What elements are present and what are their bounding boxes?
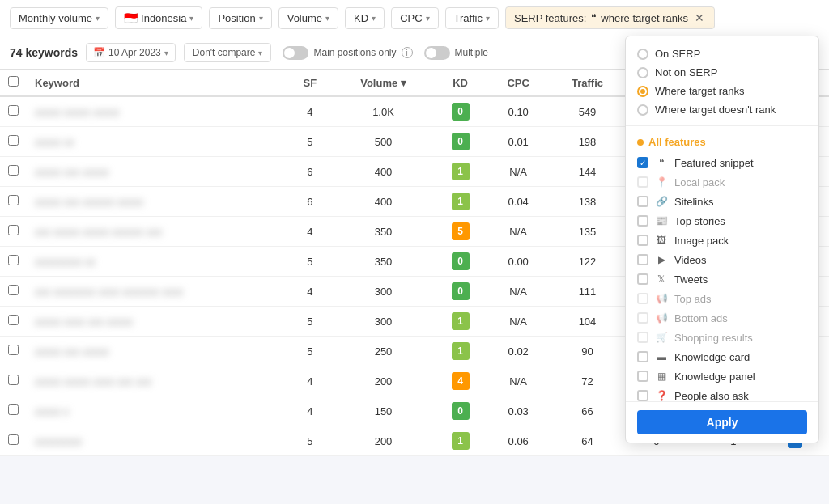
date-label: 10 Apr 2023 bbox=[108, 47, 161, 58]
row-checkbox[interactable] bbox=[8, 345, 19, 355]
kd-label: KD bbox=[354, 12, 368, 24]
kd-badge: 0 bbox=[452, 133, 470, 150]
volume-filter[interactable]: Volume ▾ bbox=[278, 7, 338, 29]
keyword-cell: zzzzz zzz zzzzz bbox=[27, 337, 286, 366]
orange-dot-icon bbox=[637, 139, 644, 146]
feature-item[interactable]: ▦ Knowledge panel bbox=[637, 366, 807, 386]
row-checkbox[interactable] bbox=[8, 285, 19, 295]
sf-cell: 6 bbox=[286, 187, 334, 217]
position-filter[interactable]: Position ▾ bbox=[209, 7, 271, 29]
volume-header[interactable]: Volume ▾ bbox=[334, 70, 433, 96]
traffic-filter[interactable]: Traffic ▾ bbox=[445, 7, 499, 29]
feature-checkbox[interactable] bbox=[637, 273, 648, 285]
date-picker-button[interactable]: 📅 10 Apr 2023 ▾ bbox=[86, 43, 176, 62]
row-checkbox[interactable] bbox=[8, 195, 19, 205]
radio-item[interactable]: Where target ranks bbox=[637, 82, 807, 100]
kd-cell: 0 bbox=[433, 96, 487, 127]
all-features-header: All features bbox=[637, 133, 807, 153]
sf-cell: 5 bbox=[286, 337, 334, 366]
cpc-header: CPC bbox=[487, 70, 549, 96]
keyword-text: zzzzzzzzz bbox=[35, 435, 83, 447]
keyword-cell: zzz zzzzz zzzzz zzzzzz zzz bbox=[27, 217, 286, 247]
row-checkbox[interactable] bbox=[8, 434, 19, 445]
country-filter[interactable]: 🇮🇩 Indonesia ▾ bbox=[115, 6, 202, 29]
country-label: Indonesia bbox=[141, 12, 186, 24]
row-checkbox-cell bbox=[0, 127, 27, 157]
feature-checkbox[interactable] bbox=[637, 371, 648, 382]
chevron-down-icon: ▾ bbox=[259, 14, 263, 23]
row-checkbox[interactable] bbox=[8, 135, 19, 146]
feature-checkbox[interactable] bbox=[637, 196, 648, 207]
keyword-text: zzz zzzzzzzz zzzz zzzzzzz zzzz bbox=[35, 286, 183, 298]
feature-type-icon: ▶ bbox=[655, 253, 668, 266]
keyword-cell: zzzzz zzz zzzzzz zzzzz bbox=[27, 187, 286, 217]
feature-checkbox[interactable]: ✓ bbox=[637, 157, 648, 168]
feature-type-icon: 🖼 bbox=[655, 234, 668, 247]
radio-label: On SERP bbox=[655, 48, 700, 60]
traffic-cell: 138 bbox=[549, 187, 626, 217]
sf-cell: 4 bbox=[286, 96, 334, 127]
traffic-cell: 111 bbox=[549, 277, 626, 307]
kd-header: KD bbox=[433, 70, 487, 96]
apply-button[interactable]: Apply bbox=[637, 410, 807, 434]
traffic-cell: 90 bbox=[549, 337, 626, 366]
cpc-cell: 0.06 bbox=[487, 426, 549, 456]
radio-item[interactable]: Where target doesn't rank bbox=[637, 100, 807, 119]
keyword-text: zzzzz zz bbox=[35, 136, 74, 148]
multiple-toggle[interactable] bbox=[424, 46, 450, 60]
feature-checkbox[interactable] bbox=[637, 235, 648, 246]
radio-item[interactable]: On SERP bbox=[637, 44, 807, 63]
feature-checkbox bbox=[637, 332, 648, 343]
select-all-header[interactable] bbox=[0, 70, 27, 96]
main-positions-label: Main positions only bbox=[313, 47, 396, 58]
row-checkbox[interactable] bbox=[8, 165, 19, 176]
cpc-cell: N/A bbox=[487, 157, 549, 187]
volume-cell: 300 bbox=[334, 307, 433, 337]
feature-checkbox[interactable] bbox=[637, 254, 648, 265]
info-icon[interactable]: i bbox=[402, 47, 413, 58]
traffic-cell: 122 bbox=[549, 247, 626, 277]
multiple-toggle-group: Multiple bbox=[424, 46, 488, 60]
row-checkbox-cell bbox=[0, 96, 27, 127]
row-checkbox[interactable] bbox=[8, 404, 19, 415]
serp-features-button[interactable]: SERP features: ❝ where target ranks ✕ bbox=[505, 6, 715, 29]
cpc-filter[interactable]: CPC ▾ bbox=[391, 7, 438, 29]
feature-checkbox[interactable] bbox=[637, 390, 648, 401]
feature-item[interactable]: ❓ People also ask bbox=[637, 386, 807, 401]
feature-item[interactable]: 📰 Top stories bbox=[637, 211, 807, 231]
chevron-down-icon: ▾ bbox=[189, 14, 193, 23]
main-positions-toggle[interactable] bbox=[283, 46, 308, 60]
feature-checkbox[interactable] bbox=[637, 351, 648, 362]
kd-cell: 4 bbox=[433, 366, 487, 396]
kd-badge: 1 bbox=[452, 342, 470, 360]
kd-filter[interactable]: KD ▾ bbox=[345, 7, 385, 29]
row-checkbox[interactable] bbox=[8, 225, 19, 235]
feature-type-icon: 🛒 bbox=[655, 331, 668, 344]
feature-item[interactable]: 🔗 Sitelinks bbox=[637, 192, 807, 211]
chevron-down-icon: ▾ bbox=[426, 14, 430, 23]
traffic-cell: 104 bbox=[549, 307, 626, 337]
feature-item[interactable]: ▶ Videos bbox=[637, 250, 807, 269]
volume-label: Volume bbox=[287, 12, 322, 24]
feature-item[interactable]: 𝕏 Tweets bbox=[637, 269, 807, 289]
monthly-volume-filter[interactable]: Monthly volume ▾ bbox=[10, 7, 108, 29]
compare-button[interactable]: Don't compare ▾ bbox=[184, 43, 272, 62]
serp-button-suffix: where target ranks bbox=[601, 12, 688, 24]
row-checkbox-cell bbox=[0, 277, 27, 307]
row-checkbox[interactable] bbox=[8, 375, 19, 385]
kd-badge: 1 bbox=[452, 163, 470, 180]
feature-item[interactable]: 🖼 Image pack bbox=[637, 231, 807, 250]
row-checkbox[interactable] bbox=[8, 315, 19, 325]
keyword-cell: zzzzz zzzzz zzzzz bbox=[27, 96, 286, 127]
select-all-checkbox[interactable] bbox=[8, 76, 19, 87]
feature-item[interactable]: ▬ Knowledge card bbox=[637, 347, 807, 366]
serp-filter-close-button[interactable]: ✕ bbox=[693, 11, 706, 24]
row-checkbox[interactable] bbox=[8, 105, 19, 116]
feature-checkbox[interactable] bbox=[637, 215, 648, 227]
feature-item[interactable]: ✓ ❝ Featured snippet bbox=[637, 153, 807, 172]
row-checkbox[interactable] bbox=[8, 255, 19, 265]
feature-type-icon: ❓ bbox=[655, 389, 668, 401]
radio-item[interactable]: Not on SERP bbox=[637, 63, 807, 82]
calendar-icon: 📅 bbox=[93, 47, 105, 58]
feature-label: Sitelinks bbox=[674, 196, 713, 208]
